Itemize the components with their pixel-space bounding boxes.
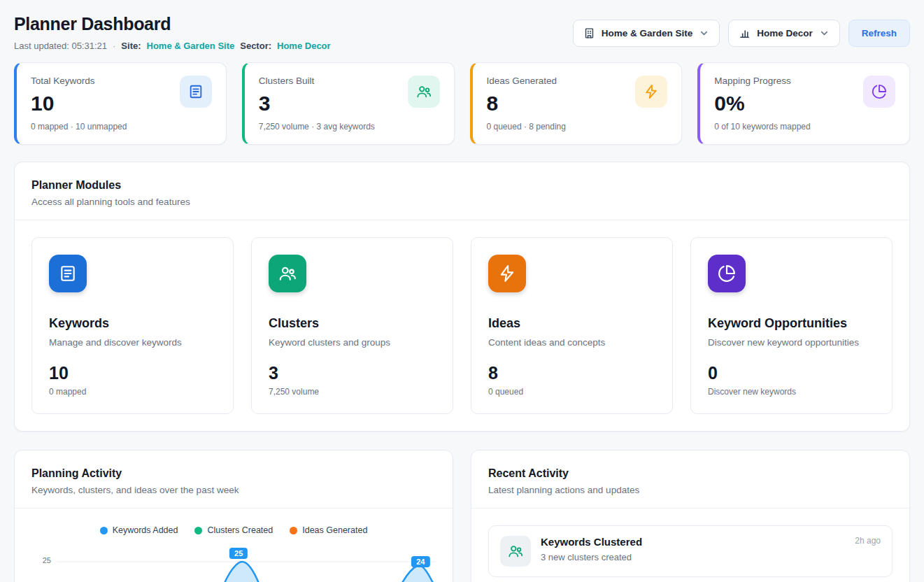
activity-item-body: Keywords Clustered 3 new clusters create… xyxy=(541,536,845,567)
topbar-left: Planner Dashboard Last updated: 05:31:21… xyxy=(14,14,331,51)
module-card-keywords[interactable]: Keywords Manage and discover keywords 10… xyxy=(31,237,234,414)
stat-info: Total Keywords 10 0 mapped · 10 unmapped xyxy=(31,76,127,132)
bar-chart-icon xyxy=(739,27,751,39)
stat-info: Clusters Built 3 7,250 volume · 3 avg ke… xyxy=(259,76,375,132)
stat-detail: 0 queued · 8 pending xyxy=(487,122,566,132)
planning-activity-title: Planning Activity xyxy=(31,467,436,480)
legend-dot xyxy=(100,527,108,534)
module-description: Keyword clusters and groups xyxy=(269,337,436,348)
bottom-row: Planning Activity Keywords, clusters, an… xyxy=(14,450,910,582)
meta-line: Last updated: 05:31:21 · Site: Home & Ga… xyxy=(14,41,331,51)
chart-plot-area: 25 24 xyxy=(57,546,436,582)
topbar: Planner Dashboard Last updated: 05:31:21… xyxy=(14,14,910,51)
stat-value: 8 xyxy=(487,92,566,115)
stats-row: Total Keywords 10 0 mapped · 10 unmapped… xyxy=(14,62,910,145)
planning-activity-subtitle: Keywords, clusters, and ideas over the p… xyxy=(31,485,436,495)
module-title: Keyword Opportunities xyxy=(708,316,875,331)
legend-label: Clusters Created xyxy=(207,525,273,535)
area-chart: 25 25 24 xyxy=(31,546,436,582)
planner-modules-section: Planner Modules Access all planning tool… xyxy=(14,162,910,432)
stat-value: 0% xyxy=(714,92,810,115)
legend-item-ideas-generated[interactable]: Ideas Generated xyxy=(290,525,367,535)
stat-card-total-keywords: Total Keywords 10 0 mapped · 10 unmapped xyxy=(14,62,227,145)
legend-dot xyxy=(194,527,202,534)
divider xyxy=(15,220,909,220)
users-icon xyxy=(500,536,531,567)
module-detail: 0 queued xyxy=(488,387,655,397)
module-value: 8 xyxy=(488,363,655,383)
stat-label: Mapping Progress xyxy=(714,76,810,86)
page-title: Planner Dashboard xyxy=(14,14,331,34)
divider xyxy=(471,508,909,509)
legend-dot xyxy=(290,527,297,534)
stat-card-mapping-progress: Mapping Progress 0% 0 of 10 keywords map… xyxy=(697,62,910,145)
stat-value: 10 xyxy=(31,92,127,115)
users-icon xyxy=(269,255,306,292)
legend-item-keywords-added[interactable]: Keywords Added xyxy=(100,525,178,535)
stat-label: Clusters Built xyxy=(259,76,375,86)
module-description: Content ideas and concepts xyxy=(488,337,655,348)
module-card-keyword-opportunities[interactable]: Keyword Opportunities Discover new keywo… xyxy=(690,237,893,414)
sector-selector-dropdown[interactable]: Home Decor xyxy=(728,20,840,47)
data-point-label: 24 xyxy=(411,556,429,567)
planning-activity-card: Planning Activity Keywords, clusters, an… xyxy=(14,450,453,582)
module-card-ideas[interactable]: Ideas Content ideas and concepts 8 0 que… xyxy=(471,237,673,414)
sector-selector-label: Home Decor xyxy=(757,28,813,38)
module-value: 3 xyxy=(269,363,436,383)
stat-card-ideas-generated: Ideas Generated 8 0 queued · 8 pending xyxy=(470,62,683,145)
stat-value: 3 xyxy=(259,92,375,115)
module-detail: 0 mapped xyxy=(49,387,216,397)
activity-item-description: 3 new clusters created xyxy=(541,552,845,562)
building-icon xyxy=(583,27,595,39)
module-value: 10 xyxy=(49,363,216,383)
module-description: Manage and discover keywords xyxy=(49,337,216,348)
recent-activity-subtitle: Latest planning actions and updates xyxy=(488,485,893,495)
document-icon xyxy=(180,76,212,108)
divider xyxy=(15,508,453,509)
stat-detail: 7,250 volume · 3 avg keywords xyxy=(259,122,375,132)
modules-grid: Keywords Manage and discover keywords 10… xyxy=(31,237,893,414)
stat-label: Total Keywords xyxy=(31,76,127,86)
chart-y-axis: 25 xyxy=(31,546,57,582)
module-detail: Discover new keywords xyxy=(708,387,875,397)
modules-section-title: Planner Modules xyxy=(31,179,893,192)
activity-item-title: Keywords Clustered xyxy=(541,536,845,548)
module-description: Discover new keyword opportunities xyxy=(708,337,875,348)
chevron-down-icon xyxy=(819,28,830,38)
stat-detail: 0 mapped · 10 unmapped xyxy=(31,122,127,132)
chart-legend: Keywords Added Clusters Created Ideas Ge… xyxy=(31,525,436,535)
site-selector-label: Home & Garden Site xyxy=(602,28,693,38)
activity-item-timestamp: 2h ago xyxy=(855,536,881,567)
legend-item-clusters-created[interactable]: Clusters Created xyxy=(194,525,273,535)
stat-detail: 0 of 10 keywords mapped xyxy=(714,122,810,132)
y-axis-tick: 25 xyxy=(43,556,51,565)
module-card-clusters[interactable]: Clusters Keyword clusters and groups 3 7… xyxy=(251,237,453,414)
bolt-icon xyxy=(488,255,526,292)
meta-separator: · xyxy=(113,41,115,51)
modules-section-subtitle: Access all planning tools and features xyxy=(31,197,893,207)
stat-info: Mapping Progress 0% 0 of 10 keywords map… xyxy=(714,76,810,132)
pie-chart-icon xyxy=(708,255,746,292)
stat-label: Ideas Generated xyxy=(487,76,566,86)
planner-dashboard-page: Planner Dashboard Last updated: 05:31:21… xyxy=(0,0,924,582)
sector-link[interactable]: Home Decor xyxy=(277,41,331,51)
module-title: Ideas xyxy=(488,316,655,331)
data-point-label: 25 xyxy=(229,548,248,559)
site-selector-dropdown[interactable]: Home & Garden Site xyxy=(573,20,720,47)
document-icon xyxy=(49,255,87,292)
legend-label: Keywords Added xyxy=(113,525,178,535)
last-updated-text: Last updated: 05:31:21 xyxy=(14,41,107,51)
legend-label: Ideas Generated xyxy=(302,525,367,535)
module-title: Clusters xyxy=(269,316,436,331)
module-detail: 7,250 volume xyxy=(269,387,436,397)
topbar-controls: Home & Garden Site Home Decor Refresh xyxy=(573,20,910,47)
recent-activity-card: Recent Activity Latest planning actions … xyxy=(471,450,910,582)
stat-card-clusters-built: Clusters Built 3 7,250 volume · 3 avg ke… xyxy=(242,62,455,145)
pie-chart-icon xyxy=(863,76,895,108)
activity-list-item: Keywords Clustered 3 new clusters create… xyxy=(488,525,893,577)
sector-label: Sector: xyxy=(240,41,271,51)
refresh-button[interactable]: Refresh xyxy=(848,20,910,47)
site-link[interactable]: Home & Garden Site xyxy=(147,41,235,51)
stat-info: Ideas Generated 8 0 queued · 8 pending xyxy=(487,76,566,132)
bolt-icon xyxy=(635,76,667,108)
